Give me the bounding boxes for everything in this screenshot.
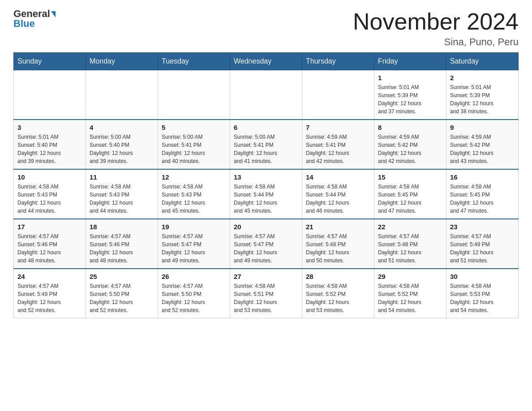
calendar-cell: 24Sunrise: 4:57 AM Sunset: 5:49 PM Dayli…: [14, 269, 86, 318]
day-number: 14: [306, 173, 370, 181]
calendar-cell: 15Sunrise: 4:58 AM Sunset: 5:45 PM Dayli…: [374, 169, 446, 219]
logo-general: General: [13, 9, 56, 19]
day-info: Sunrise: 5:00 AM Sunset: 5:40 PM Dayligh…: [90, 133, 154, 165]
header-day-friday: Friday: [374, 53, 446, 70]
day-info: Sunrise: 4:58 AM Sunset: 5:45 PM Dayligh…: [378, 183, 442, 215]
day-number: 16: [450, 173, 515, 181]
day-number: 27: [234, 273, 298, 280]
day-info: Sunrise: 4:58 AM Sunset: 5:43 PM Dayligh…: [162, 183, 226, 215]
calendar-cell: 9Sunrise: 4:59 AM Sunset: 5:42 PM Daylig…: [446, 120, 519, 169]
day-number: 22: [378, 223, 442, 231]
day-info: Sunrise: 4:57 AM Sunset: 5:47 PM Dayligh…: [234, 232, 298, 265]
week-row-5: 24Sunrise: 4:57 AM Sunset: 5:49 PM Dayli…: [14, 269, 519, 318]
day-number: 18: [90, 223, 154, 231]
header-day-monday: Monday: [86, 53, 158, 70]
day-number: 29: [378, 273, 442, 280]
day-info: Sunrise: 4:59 AM Sunset: 5:41 PM Dayligh…: [306, 133, 370, 165]
calendar-cell: 29Sunrise: 4:58 AM Sunset: 5:52 PM Dayli…: [374, 269, 446, 318]
day-number: 5: [162, 124, 226, 131]
logo: General Blue: [13, 9, 56, 30]
day-number: 7: [306, 124, 370, 131]
calendar-cell: 7Sunrise: 4:59 AM Sunset: 5:41 PM Daylig…: [302, 120, 374, 169]
day-number: 6: [234, 124, 298, 131]
calendar-cell: 23Sunrise: 4:57 AM Sunset: 5:49 PM Dayli…: [446, 219, 519, 269]
calendar-cell: 8Sunrise: 4:59 AM Sunset: 5:42 PM Daylig…: [374, 120, 446, 169]
header-day-tuesday: Tuesday: [158, 53, 230, 70]
week-row-2: 3Sunrise: 5:01 AM Sunset: 5:40 PM Daylig…: [14, 120, 519, 169]
day-number: 20: [234, 223, 298, 231]
main-title: November 2024: [353, 9, 519, 34]
day-number: 11: [90, 173, 154, 181]
calendar-cell: 4Sunrise: 5:00 AM Sunset: 5:40 PM Daylig…: [86, 120, 158, 169]
calendar-cell: 25Sunrise: 4:57 AM Sunset: 5:50 PM Dayli…: [86, 269, 158, 318]
week-row-3: 10Sunrise: 4:58 AM Sunset: 5:43 PM Dayli…: [14, 169, 519, 219]
calendar-cell: 10Sunrise: 4:58 AM Sunset: 5:43 PM Dayli…: [14, 169, 86, 219]
calendar-cell: 28Sunrise: 4:58 AM Sunset: 5:52 PM Dayli…: [302, 269, 374, 318]
day-info: Sunrise: 4:57 AM Sunset: 5:46 PM Dayligh…: [90, 232, 154, 265]
calendar-cell: 22Sunrise: 4:57 AM Sunset: 5:48 PM Dayli…: [374, 219, 446, 269]
day-info: Sunrise: 5:01 AM Sunset: 5:39 PM Dayligh…: [378, 83, 442, 116]
header-day-sunday: Sunday: [14, 53, 86, 70]
calendar-cell: 26Sunrise: 4:57 AM Sunset: 5:50 PM Dayli…: [158, 269, 230, 318]
day-info: Sunrise: 4:59 AM Sunset: 5:42 PM Dayligh…: [378, 133, 442, 165]
title-area: November 2024 Sina, Puno, Peru: [353, 9, 519, 48]
calendar-cell: 12Sunrise: 4:58 AM Sunset: 5:43 PM Dayli…: [158, 169, 230, 219]
day-number: 17: [17, 223, 82, 231]
calendar-cell: 5Sunrise: 5:00 AM Sunset: 5:41 PM Daylig…: [158, 120, 230, 169]
day-info: Sunrise: 4:58 AM Sunset: 5:44 PM Dayligh…: [306, 183, 370, 215]
calendar-cell: 6Sunrise: 5:00 AM Sunset: 5:41 PM Daylig…: [230, 120, 302, 169]
day-number: 15: [378, 173, 442, 181]
day-info: Sunrise: 5:00 AM Sunset: 5:41 PM Dayligh…: [234, 133, 298, 165]
day-number: 10: [17, 173, 82, 181]
week-row-4: 17Sunrise: 4:57 AM Sunset: 5:46 PM Dayli…: [14, 219, 519, 269]
calendar-cell: 3Sunrise: 5:01 AM Sunset: 5:40 PM Daylig…: [14, 120, 86, 169]
day-info: Sunrise: 4:58 AM Sunset: 5:53 PM Dayligh…: [450, 282, 515, 314]
header-day-wednesday: Wednesday: [230, 53, 302, 70]
day-info: Sunrise: 4:57 AM Sunset: 5:48 PM Dayligh…: [306, 232, 370, 265]
calendar-cell: [302, 70, 374, 120]
calendar-cell: 11Sunrise: 4:58 AM Sunset: 5:43 PM Dayli…: [86, 169, 158, 219]
calendar-cell: [230, 70, 302, 120]
day-number: 23: [450, 223, 515, 231]
calendar-cell: 2Sunrise: 5:01 AM Sunset: 5:39 PM Daylig…: [446, 70, 519, 120]
day-info: Sunrise: 4:59 AM Sunset: 5:42 PM Dayligh…: [450, 133, 515, 165]
day-info: Sunrise: 4:57 AM Sunset: 5:46 PM Dayligh…: [17, 232, 82, 265]
day-number: 26: [162, 273, 226, 280]
header-day-saturday: Saturday: [446, 53, 519, 70]
logo-blue: Blue: [13, 18, 35, 30]
calendar-cell: 19Sunrise: 4:57 AM Sunset: 5:47 PM Dayli…: [158, 219, 230, 269]
day-info: Sunrise: 4:58 AM Sunset: 5:51 PM Dayligh…: [234, 282, 298, 314]
day-info: Sunrise: 4:57 AM Sunset: 5:49 PM Dayligh…: [450, 232, 515, 265]
day-number: 4: [90, 124, 154, 131]
calendar-cell: 1Sunrise: 5:01 AM Sunset: 5:39 PM Daylig…: [374, 70, 446, 120]
day-info: Sunrise: 4:57 AM Sunset: 5:48 PM Dayligh…: [378, 232, 442, 265]
day-info: Sunrise: 4:57 AM Sunset: 5:50 PM Dayligh…: [90, 282, 154, 314]
week-row-1: 1Sunrise: 5:01 AM Sunset: 5:39 PM Daylig…: [14, 70, 519, 120]
day-number: 9: [450, 124, 515, 131]
calendar-cell: 21Sunrise: 4:57 AM Sunset: 5:48 PM Dayli…: [302, 219, 374, 269]
calendar-cell: 17Sunrise: 4:57 AM Sunset: 5:46 PM Dayli…: [14, 219, 86, 269]
day-number: 3: [17, 124, 82, 131]
calendar-cell: 27Sunrise: 4:58 AM Sunset: 5:51 PM Dayli…: [230, 269, 302, 318]
day-info: Sunrise: 4:58 AM Sunset: 5:44 PM Dayligh…: [234, 183, 298, 215]
header: General Blue November 2024 Sina, Puno, P…: [13, 9, 519, 48]
calendar-cell: 16Sunrise: 4:58 AM Sunset: 5:45 PM Dayli…: [446, 169, 519, 219]
calendar-cell: [158, 70, 230, 120]
day-number: 2: [450, 74, 515, 81]
day-info: Sunrise: 4:57 AM Sunset: 5:50 PM Dayligh…: [162, 282, 226, 314]
day-number: 21: [306, 223, 370, 231]
day-number: 12: [162, 173, 226, 181]
day-info: Sunrise: 4:58 AM Sunset: 5:43 PM Dayligh…: [17, 183, 82, 215]
day-info: Sunrise: 4:58 AM Sunset: 5:52 PM Dayligh…: [306, 282, 370, 314]
day-number: 28: [306, 273, 370, 280]
day-info: Sunrise: 5:00 AM Sunset: 5:41 PM Dayligh…: [162, 133, 226, 165]
calendar-table: SundayMondayTuesdayWednesdayThursdayFrid…: [13, 52, 519, 318]
day-number: 24: [17, 273, 82, 280]
calendar-cell: [86, 70, 158, 120]
day-info: Sunrise: 4:57 AM Sunset: 5:47 PM Dayligh…: [162, 232, 226, 265]
day-number: 25: [90, 273, 154, 280]
day-info: Sunrise: 4:58 AM Sunset: 5:45 PM Dayligh…: [450, 183, 515, 215]
calendar-cell: 30Sunrise: 4:58 AM Sunset: 5:53 PM Dayli…: [446, 269, 519, 318]
day-number: 8: [378, 124, 442, 131]
calendar-cell: [14, 70, 86, 120]
